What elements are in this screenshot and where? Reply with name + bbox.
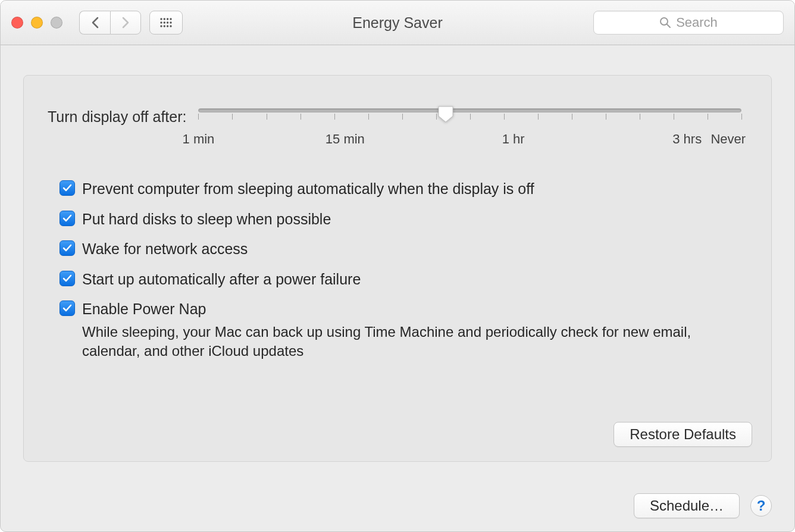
slider-tick: [436, 114, 437, 120]
slider-tick: [198, 114, 199, 120]
slider-tick: [334, 114, 335, 120]
slider-tick: [572, 114, 572, 120]
slider-tick: [674, 114, 674, 120]
checkmark-icon: [62, 303, 73, 314]
checkbox-power-failure[interactable]: [60, 271, 75, 286]
help-icon: ?: [757, 497, 766, 514]
slider-tick-label: 1 hr: [502, 132, 525, 147]
slider-tick-label: Never: [711, 132, 746, 147]
checkmark-icon: [62, 183, 73, 193]
search-placeholder: Search: [676, 15, 718, 30]
svg-point-10: [167, 25, 168, 27]
restore-defaults-button[interactable]: Restore Defaults: [614, 422, 752, 447]
content-area: Turn display off after: 1 min15 min1 hr3…: [1, 45, 794, 462]
option-power-nap: Enable Power Nap: [60, 299, 747, 319]
nav-button-group: [79, 11, 141, 35]
slider-ticks: [198, 114, 741, 123]
option-prevent-sleep: Prevent computer from sleeping automatic…: [60, 179, 747, 199]
checkmark-icon: [62, 213, 73, 224]
slider-tick: [741, 114, 742, 120]
svg-point-5: [164, 21, 165, 23]
traffic-lights: [11, 17, 62, 29]
option-wake-network: Wake for network access: [60, 239, 747, 259]
footer: Schedule… ?: [634, 493, 772, 518]
display-sleep-slider-row: Turn display off after: 1 min15 min1 hr3…: [48, 108, 747, 149]
option-label: Prevent computer from sleeping automatic…: [82, 179, 534, 199]
help-button[interactable]: ?: [750, 495, 772, 517]
search-input[interactable]: Search: [593, 11, 784, 35]
minimize-window-button[interactable]: [31, 17, 43, 29]
slider-tick-label: 3 hrs: [672, 132, 702, 147]
slider-tick-label: 1 min: [183, 132, 215, 147]
svg-point-1: [164, 18, 165, 20]
svg-point-0: [160, 18, 162, 20]
preferences-window: Energy Saver Search Turn display off aft…: [0, 0, 795, 532]
option-power-failure: Start up automatically after a power fai…: [60, 270, 747, 289]
option-description: While sleeping, your Mac can back up usi…: [82, 323, 713, 361]
settings-panel: Turn display off after: 1 min15 min1 hr3…: [23, 75, 772, 462]
chevron-right-icon: [121, 17, 130, 29]
checkbox-wake-network[interactable]: [60, 240, 75, 256]
window-title: Energy Saver: [352, 14, 442, 32]
svg-point-11: [170, 25, 171, 27]
option-label: Put hard disks to sleep when possible: [82, 209, 331, 229]
slider-tick: [640, 114, 640, 120]
slider-track: [198, 108, 741, 112]
slider-tick: [504, 114, 505, 120]
svg-point-8: [160, 25, 162, 27]
svg-point-7: [170, 21, 171, 23]
slider-tick: [606, 114, 606, 120]
slider-tick-label: 15 min: [325, 132, 365, 147]
close-window-button[interactable]: [11, 17, 23, 29]
slider-tick: [301, 114, 301, 120]
display-sleep-slider[interactable]: 1 min15 min1 hr3 hrsNever: [198, 108, 747, 149]
slider-tick: [402, 114, 403, 120]
option-label: Enable Power Nap: [82, 299, 206, 319]
zoom-window-button[interactable]: [51, 17, 62, 29]
slider-tick: [232, 114, 233, 120]
svg-point-4: [160, 21, 162, 23]
grid-icon: [159, 17, 173, 28]
slider-tick-labels: 1 min15 min1 hr3 hrsNever: [198, 132, 741, 149]
show-all-button[interactable]: [149, 11, 183, 35]
svg-point-2: [167, 18, 168, 20]
slider-tick: [267, 114, 267, 120]
forward-button[interactable]: [110, 11, 141, 35]
svg-point-3: [170, 18, 171, 20]
checkbox-power-nap[interactable]: [60, 301, 75, 316]
slider-label: Turn display off after:: [48, 108, 186, 126]
option-label: Start up automatically after a power fai…: [82, 270, 361, 289]
schedule-button[interactable]: Schedule…: [634, 493, 740, 518]
slider-tick: [538, 114, 539, 120]
svg-point-6: [167, 21, 168, 23]
slider-tick: [368, 114, 369, 120]
option-hard-disks: Put hard disks to sleep when possible: [60, 209, 747, 229]
checkmark-icon: [62, 273, 73, 284]
checkbox-prevent-sleep[interactable]: [60, 180, 75, 196]
options-list: Prevent computer from sleeping automatic…: [60, 179, 747, 361]
svg-line-13: [667, 24, 670, 27]
checkbox-hard-disks[interactable]: [60, 211, 75, 226]
titlebar: Energy Saver Search: [1, 1, 794, 45]
slider-tick: [470, 114, 471, 120]
search-icon: [659, 17, 671, 29]
chevron-left-icon: [91, 17, 99, 29]
back-button[interactable]: [79, 11, 110, 35]
svg-point-9: [164, 25, 165, 27]
svg-point-12: [661, 18, 668, 25]
option-label: Wake for network access: [82, 239, 248, 259]
checkmark-icon: [62, 243, 73, 254]
slider-tick: [708, 114, 708, 120]
